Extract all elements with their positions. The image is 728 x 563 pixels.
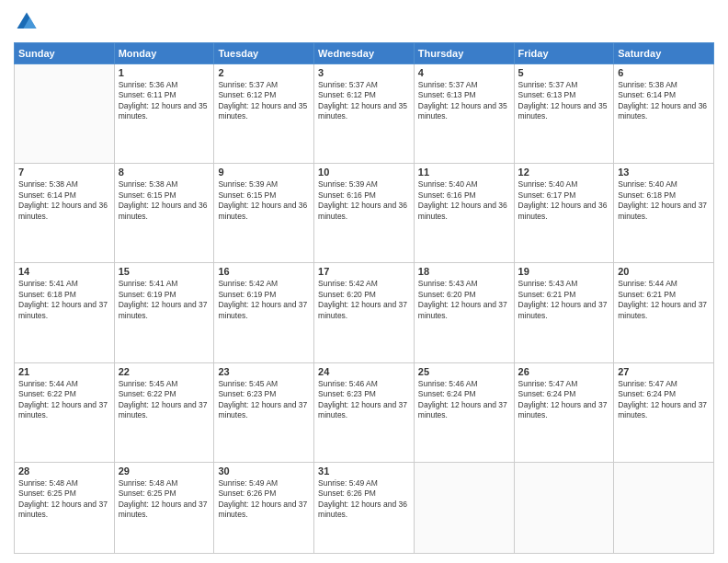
page: SundayMondayTuesdayWednesdayThursdayFrid… — [0, 0, 728, 563]
day-info: Sunrise: 5:46 AM Sunset: 6:24 PM Dayligh… — [418, 379, 510, 421]
calendar-week-4: 21Sunrise: 5:44 AM Sunset: 6:22 PM Dayli… — [15, 362, 714, 462]
calendar-cell: 3Sunrise: 5:37 AM Sunset: 6:12 PM Daylig… — [314, 64, 415, 164]
day-number: 14 — [18, 266, 110, 277]
day-number: 23 — [218, 366, 310, 377]
weekday-header-wednesday: Wednesday — [314, 43, 415, 64]
calendar-cell: 7Sunrise: 5:38 AM Sunset: 6:14 PM Daylig… — [15, 164, 115, 263]
day-info: Sunrise: 5:37 AM Sunset: 6:12 PM Dayligh… — [318, 80, 410, 122]
weekday-header-tuesday: Tuesday — [214, 43, 314, 64]
day-info: Sunrise: 5:39 AM Sunset: 6:15 PM Dayligh… — [218, 179, 310, 222]
calendar-cell: 26Sunrise: 5:47 AM Sunset: 6:24 PM Dayli… — [514, 362, 614, 462]
calendar-cell: 28Sunrise: 5:48 AM Sunset: 6:25 PM Dayli… — [15, 462, 115, 553]
day-number: 5 — [518, 67, 610, 78]
day-number: 1 — [119, 67, 210, 78]
weekday-header-saturday: Saturday — [614, 43, 714, 64]
day-info: Sunrise: 5:46 AM Sunset: 6:23 PM Dayligh… — [318, 379, 410, 421]
day-info: Sunrise: 5:38 AM Sunset: 6:14 PM Dayligh… — [18, 179, 110, 222]
day-info: Sunrise: 5:36 AM Sunset: 6:11 PM Dayligh… — [119, 80, 210, 122]
day-number: 10 — [318, 167, 410, 178]
day-number: 22 — [119, 366, 210, 377]
day-number: 20 — [618, 266, 710, 277]
day-number: 2 — [218, 67, 310, 78]
day-number: 9 — [218, 167, 310, 178]
day-info: Sunrise: 5:37 AM Sunset: 6:13 PM Dayligh… — [518, 80, 610, 122]
calendar-cell: 22Sunrise: 5:45 AM Sunset: 6:22 PM Dayli… — [114, 362, 214, 462]
calendar-cell: 8Sunrise: 5:38 AM Sunset: 6:15 PM Daylig… — [114, 164, 214, 263]
calendar-cell: 6Sunrise: 5:38 AM Sunset: 6:14 PM Daylig… — [614, 64, 714, 164]
calendar-cell — [414, 462, 514, 553]
day-info: Sunrise: 5:39 AM Sunset: 6:16 PM Dayligh… — [318, 179, 410, 222]
day-info: Sunrise: 5:40 AM Sunset: 6:17 PM Dayligh… — [518, 179, 610, 222]
calendar-cell: 14Sunrise: 5:41 AM Sunset: 6:18 PM Dayli… — [15, 263, 115, 362]
day-info: Sunrise: 5:41 AM Sunset: 6:19 PM Dayligh… — [119, 279, 210, 321]
day-info: Sunrise: 5:44 AM Sunset: 6:22 PM Dayligh… — [18, 379, 110, 421]
day-number: 26 — [518, 366, 610, 377]
day-number: 28 — [18, 465, 110, 477]
day-number: 21 — [18, 366, 110, 377]
calendar-cell: 2Sunrise: 5:37 AM Sunset: 6:12 PM Daylig… — [214, 64, 314, 164]
day-number: 12 — [518, 167, 610, 178]
calendar-week-3: 14Sunrise: 5:41 AM Sunset: 6:18 PM Dayli… — [15, 263, 714, 362]
calendar-week-2: 7Sunrise: 5:38 AM Sunset: 6:14 PM Daylig… — [15, 164, 714, 263]
weekday-header-row: SundayMondayTuesdayWednesdayThursdayFrid… — [15, 43, 714, 64]
calendar-cell: 12Sunrise: 5:40 AM Sunset: 6:17 PM Dayli… — [514, 164, 614, 263]
day-info: Sunrise: 5:40 AM Sunset: 6:16 PM Dayligh… — [418, 179, 510, 222]
day-info: Sunrise: 5:38 AM Sunset: 6:15 PM Dayligh… — [119, 179, 210, 222]
calendar-cell: 31Sunrise: 5:49 AM Sunset: 6:26 PM Dayli… — [314, 462, 415, 553]
calendar-cell: 30Sunrise: 5:49 AM Sunset: 6:26 PM Dayli… — [214, 462, 314, 553]
day-info: Sunrise: 5:48 AM Sunset: 6:25 PM Dayligh… — [18, 478, 110, 521]
calendar-week-5: 28Sunrise: 5:48 AM Sunset: 6:25 PM Dayli… — [15, 462, 714, 553]
day-number: 30 — [218, 465, 310, 477]
day-info: Sunrise: 5:43 AM Sunset: 6:20 PM Dayligh… — [418, 279, 510, 321]
calendar-cell: 10Sunrise: 5:39 AM Sunset: 6:16 PM Dayli… — [314, 164, 415, 263]
day-info: Sunrise: 5:40 AM Sunset: 6:18 PM Dayligh… — [618, 179, 710, 222]
day-info: Sunrise: 5:44 AM Sunset: 6:21 PM Dayligh… — [618, 279, 710, 321]
day-number: 16 — [218, 266, 310, 277]
calendar-cell: 18Sunrise: 5:43 AM Sunset: 6:20 PM Dayli… — [414, 263, 514, 362]
day-info: Sunrise: 5:45 AM Sunset: 6:22 PM Dayligh… — [119, 379, 210, 421]
calendar-cell: 23Sunrise: 5:45 AM Sunset: 6:23 PM Dayli… — [214, 362, 314, 462]
day-info: Sunrise: 5:45 AM Sunset: 6:23 PM Dayligh… — [218, 379, 310, 421]
calendar-table: SundayMondayTuesdayWednesdayThursdayFrid… — [14, 42, 714, 554]
weekday-header-monday: Monday — [114, 43, 214, 64]
header — [14, 9, 714, 35]
day-info: Sunrise: 5:37 AM Sunset: 6:12 PM Dayligh… — [218, 80, 310, 122]
day-number: 15 — [119, 266, 210, 277]
calendar-week-1: 1Sunrise: 5:36 AM Sunset: 6:11 PM Daylig… — [15, 64, 714, 164]
logo-icon — [14, 9, 40, 35]
calendar-cell: 11Sunrise: 5:40 AM Sunset: 6:16 PM Dayli… — [414, 164, 514, 263]
calendar-cell: 15Sunrise: 5:41 AM Sunset: 6:19 PM Dayli… — [114, 263, 214, 362]
day-info: Sunrise: 5:41 AM Sunset: 6:18 PM Dayligh… — [18, 279, 110, 321]
calendar-cell: 1Sunrise: 5:36 AM Sunset: 6:11 PM Daylig… — [114, 64, 214, 164]
day-info: Sunrise: 5:49 AM Sunset: 6:26 PM Dayligh… — [218, 478, 310, 521]
calendar-cell: 27Sunrise: 5:47 AM Sunset: 6:24 PM Dayli… — [614, 362, 714, 462]
day-number: 31 — [318, 465, 410, 477]
calendar-cell — [15, 64, 115, 164]
day-number: 25 — [418, 366, 510, 377]
day-info: Sunrise: 5:47 AM Sunset: 6:24 PM Dayligh… — [618, 379, 710, 421]
day-number: 19 — [518, 266, 610, 277]
calendar-cell: 13Sunrise: 5:40 AM Sunset: 6:18 PM Dayli… — [614, 164, 714, 263]
calendar-cell: 25Sunrise: 5:46 AM Sunset: 6:24 PM Dayli… — [414, 362, 514, 462]
day-info: Sunrise: 5:42 AM Sunset: 6:19 PM Dayligh… — [218, 279, 310, 321]
day-info: Sunrise: 5:49 AM Sunset: 6:26 PM Dayligh… — [318, 478, 410, 521]
weekday-header-thursday: Thursday — [414, 43, 514, 64]
calendar-cell: 17Sunrise: 5:42 AM Sunset: 6:20 PM Dayli… — [314, 263, 415, 362]
day-number: 4 — [418, 67, 510, 78]
calendar-cell: 19Sunrise: 5:43 AM Sunset: 6:21 PM Dayli… — [514, 263, 614, 362]
day-number: 18 — [418, 266, 510, 277]
day-info: Sunrise: 5:43 AM Sunset: 6:21 PM Dayligh… — [518, 279, 610, 321]
day-info: Sunrise: 5:37 AM Sunset: 6:13 PM Dayligh… — [418, 80, 510, 122]
day-number: 13 — [618, 167, 710, 178]
day-number: 3 — [318, 67, 410, 78]
day-number: 7 — [18, 167, 110, 178]
calendar-cell — [514, 462, 614, 553]
day-number: 27 — [618, 366, 710, 377]
logo — [14, 9, 43, 35]
calendar-cell: 9Sunrise: 5:39 AM Sunset: 6:15 PM Daylig… — [214, 164, 314, 263]
calendar-cell: 29Sunrise: 5:48 AM Sunset: 6:25 PM Dayli… — [114, 462, 214, 553]
day-info: Sunrise: 5:48 AM Sunset: 6:25 PM Dayligh… — [119, 478, 210, 521]
calendar-cell: 24Sunrise: 5:46 AM Sunset: 6:23 PM Dayli… — [314, 362, 415, 462]
calendar-cell: 4Sunrise: 5:37 AM Sunset: 6:13 PM Daylig… — [414, 64, 514, 164]
calendar-cell — [614, 462, 714, 553]
